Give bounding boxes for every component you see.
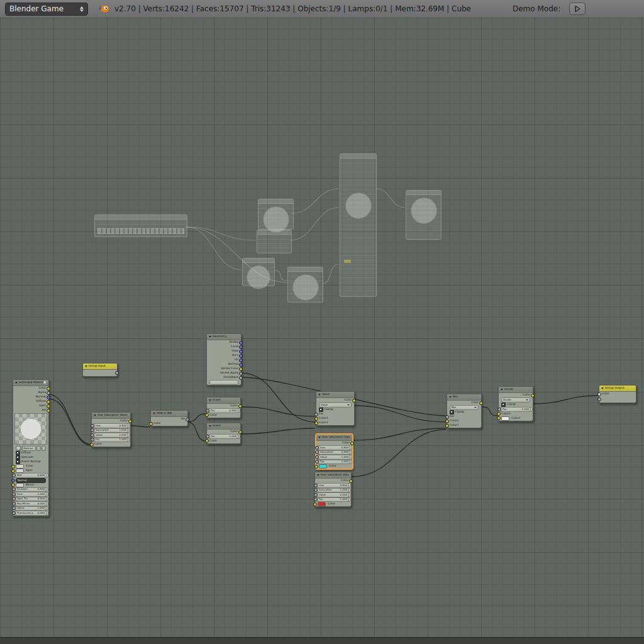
node-group-input[interactable]: Group Input [82,363,118,377]
node-socket[interactable] [12,511,16,515]
node-socket[interactable] [128,419,132,423]
slider-saturation[interactable]: Saturation2.000 [318,450,350,455]
slider-hue[interactable]: Hue0.500 [94,423,128,428]
slider-fac[interactable]: Fac1.000 [94,438,128,443]
slider-fac[interactable]: Fac0.900 [209,408,238,413]
node-socket[interactable] [186,418,189,421]
color-swatch-spec[interactable] [16,469,24,473]
node-socket[interactable] [47,400,50,404]
collapse-triangle-icon[interactable] [15,382,18,384]
node-socket[interactable] [239,358,243,362]
slider-spec-tra[interactable]: Spec Tra0.000 [15,497,47,502]
color-swatch-mirror[interactable] [16,483,24,487]
material-fake-user-button[interactable] [36,446,41,451]
node-socket[interactable] [239,376,243,380]
node-socket[interactable] [350,441,354,445]
slider-ambient[interactable]: Ambient0.500 [15,487,47,492]
node-socket[interactable] [352,399,356,402]
slider-saturation[interactable]: Saturation1.000 [317,488,349,493]
node-socket[interactable] [349,479,353,483]
node-header[interactable]: Invert [207,423,240,430]
collapse-triangle-icon[interactable] [601,387,604,389]
node-socket[interactable] [314,493,318,497]
color-swatch-color[interactable] [318,502,326,506]
collapse-triangle-icon[interactable] [209,399,211,401]
checkbox-diffuse[interactable] [16,451,20,455]
node-header[interactable]: RGB to BW [151,411,187,417]
node-header[interactable]: Group Output [599,386,636,392]
checkbox-clamp[interactable] [501,402,506,407]
node-socket[interactable] [314,465,318,469]
node-socket[interactable] [239,372,243,375]
color-swatch-color[interactable] [319,464,327,469]
node-socket[interactable] [47,404,50,408]
slider-hue[interactable]: Hue0.500 [317,483,349,488]
node-header[interactable]: Mix [447,394,481,401]
slider-translucency[interactable]: Translucency0.000 [15,511,47,516]
node-extended-material[interactable]: Extended MaterialColorAlphaNormalDiffuse… [13,379,49,516]
node-socket[interactable] [314,484,318,487]
node-socket[interactable] [531,394,535,397]
node-socket[interactable] [91,433,94,437]
node-socket[interactable] [205,439,209,443]
node-socket[interactable] [47,396,50,399]
node-socket[interactable] [205,413,209,417]
checkbox-clamp[interactable] [319,408,323,412]
node-socket[interactable] [497,416,501,420]
node-socket[interactable] [497,408,501,411]
collapse-triangle-icon[interactable] [501,389,503,391]
node-header[interactable]: Geometry [207,334,241,340]
node-socket[interactable] [238,430,242,434]
slider-fac[interactable]: Fac1.000 [501,407,531,412]
slider-alpha[interactable]: Alpha1.000 [15,506,47,511]
node-socket[interactable] [206,435,209,438]
node-header[interactable]: Extended Material [13,380,48,386]
normal-vector-widget[interactable]: Normal [16,478,46,483]
node-header[interactable]: Invert [207,397,240,404]
slider-value[interactable]: Value1.000 [318,455,350,460]
blend-type-menu[interactable]: Mix [450,405,479,410]
node-socket[interactable] [206,409,209,413]
node-socket[interactable] [239,367,243,371]
collapse-triangle-icon[interactable] [317,474,319,476]
node-socket[interactable] [11,465,15,469]
material-unlink-button[interactable] [42,446,46,451]
collapse-triangle-icon[interactable] [85,365,87,367]
node-socket[interactable] [239,341,243,345]
node-socket[interactable] [239,354,243,358]
color-swatch-color[interactable] [16,464,24,469]
collapse-triangle-icon[interactable] [318,436,321,438]
collapse-triangle-icon[interactable] [209,425,211,427]
uv-layer-field[interactable] [209,380,238,385]
node-socket[interactable] [445,424,449,428]
node-socket[interactable] [47,391,50,395]
checkbox-specular[interactable] [16,455,20,460]
play-button[interactable] [569,3,586,15]
node-header[interactable]: Value [316,392,354,398]
slider-fac[interactable]: Fac1.000 [318,460,350,465]
node-socket[interactable] [149,422,153,426]
node-header[interactable]: Hue Saturation Value [315,472,351,479]
node-socket[interactable] [597,397,601,401]
slider-fac[interactable]: Fac1.000 [209,434,238,439]
blend-type-menu[interactable]: Divide [501,397,530,402]
node-header[interactable]: Group Input [83,364,117,370]
collapse-triangle-icon[interactable] [209,336,211,338]
slider-fac[interactable]: Fac1.000 [317,497,349,502]
slider-ray-mirror[interactable]: Ray Mirror0.000 [15,501,47,506]
node-header[interactable]: Hue Saturation Value [92,413,130,419]
checkbox-invert-normal[interactable] [16,460,20,464]
node-hue-saturation-value-1[interactable]: Hue Saturation ValueColorHue0.500Saturat… [91,412,131,447]
material-browse-icon[interactable] [16,446,21,451]
node-socket[interactable] [90,443,94,447]
node-geometry[interactable]: GeometryGlobalLocalViewOrcoUVNormalVerte… [206,333,242,386]
editor-type-menu[interactable]: Blender Game [5,3,88,16]
node-socket[interactable] [497,412,501,416]
node-socket[interactable] [11,483,15,487]
slider-refl[interactable]: Refl0.800 [15,473,47,478]
node-socket[interactable] [11,469,15,473]
node-hue-saturation-value-3[interactable]: Hue Saturation ValueColorHue0.500Saturat… [314,472,352,507]
node-socket[interactable] [12,502,16,506]
color-swatch-color2[interactable] [501,416,509,421]
node-socket[interactable] [12,474,16,477]
